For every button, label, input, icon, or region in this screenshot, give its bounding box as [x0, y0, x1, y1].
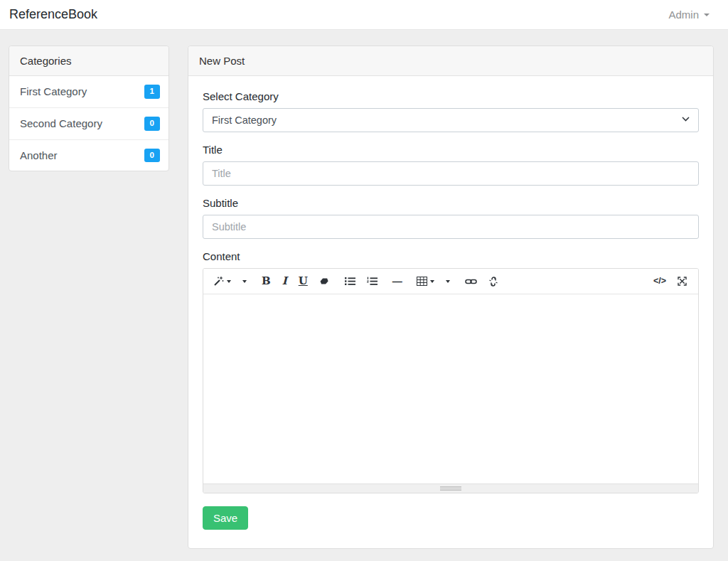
- insert-link-button[interactable]: [464, 277, 478, 287]
- italic-button[interactable]: I: [281, 275, 289, 287]
- category-count-badge: 1: [144, 85, 160, 99]
- sidebar-item-second-category[interactable]: Second Category 0: [9, 108, 168, 140]
- magic-wand-icon: [213, 276, 224, 287]
- table-icon: [417, 277, 427, 286]
- paragraph-style-dropdown-button[interactable]: [241, 279, 248, 284]
- editor-resize-bar[interactable]: [203, 483, 698, 493]
- category-label: First Category: [20, 85, 87, 97]
- title-label: Title: [203, 144, 699, 156]
- insert-group: [464, 276, 500, 287]
- category-select-label: Select Category: [203, 90, 699, 102]
- editor-content[interactable]: [203, 294, 698, 483]
- user-dropdown-label: Admin: [668, 9, 699, 21]
- new-post-form: Select Category First Category Title Sub…: [188, 76, 713, 544]
- unlink-button[interactable]: [487, 276, 500, 287]
- brand-logo[interactable]: ReferenceBook: [9, 7, 97, 22]
- underline-button[interactable]: U: [297, 275, 309, 287]
- category-count-badge: 0: [144, 149, 160, 163]
- category-label: Second Category: [20, 117, 102, 129]
- editor-toolbar: B I U: [203, 269, 698, 294]
- table-dropdown-button[interactable]: [415, 276, 436, 287]
- subtitle-input[interactable]: [203, 215, 699, 239]
- dropdown-caret-icon: [242, 280, 247, 283]
- subtitle-label: Subtitle: [203, 197, 699, 209]
- chevron-down-icon: [704, 14, 710, 16]
- ordered-list-icon: [367, 277, 378, 286]
- paragraph-dropdown-button[interactable]: [444, 279, 451, 284]
- link-icon: [465, 277, 477, 286]
- title-input[interactable]: [203, 161, 699, 186]
- clear-format-button[interactable]: [318, 276, 331, 287]
- bold-icon: B: [262, 276, 271, 287]
- content-label: Content: [203, 250, 699, 262]
- bold-button[interactable]: B: [260, 275, 272, 287]
- unordered-list-icon: [345, 277, 355, 286]
- page-content: Categories First Category 1 Second Categ…: [0, 30, 728, 549]
- dropdown-caret-icon: [430, 280, 434, 283]
- sidebar-item-another[interactable]: Another 0: [9, 140, 168, 171]
- table-group: [415, 276, 451, 287]
- categories-header: Categories: [9, 46, 168, 76]
- fullscreen-button[interactable]: [676, 276, 688, 287]
- underline-icon: U: [299, 276, 308, 287]
- category-count-badge: 0: [144, 117, 160, 131]
- category-select[interactable]: First Category: [203, 108, 699, 132]
- horizontal-rule-button[interactable]: —: [391, 276, 403, 287]
- categories-panel: Categories First Category 1 Second Categ…: [9, 46, 169, 171]
- top-navbar: ReferenceBook Admin: [0, 0, 728, 30]
- sidebar-item-first-category[interactable]: First Category 1: [9, 76, 168, 108]
- unlink-icon: [488, 277, 498, 287]
- style-dropdown-button[interactable]: [212, 275, 232, 287]
- save-button[interactable]: Save: [203, 506, 248, 530]
- para-group: [343, 276, 379, 287]
- dropdown-caret-icon: [446, 280, 450, 283]
- rich-text-editor: B I U: [203, 268, 699, 493]
- category-label: Another: [20, 149, 58, 161]
- code-view-button[interactable]: </>: [652, 276, 668, 287]
- italic-icon: I: [282, 276, 287, 287]
- fullscreen-icon: [678, 277, 687, 286]
- new-post-panel: New Post Select Category First Category …: [188, 46, 714, 549]
- resize-grip-icon: [440, 486, 461, 491]
- unordered-list-button[interactable]: [343, 276, 357, 287]
- code-view-icon: </>: [653, 277, 666, 286]
- new-post-header: New Post: [188, 46, 713, 76]
- view-group: </>: [652, 276, 688, 287]
- horizontal-rule-icon: —: [392, 277, 402, 287]
- style-group: [212, 275, 248, 287]
- ordered-list-button[interactable]: [365, 276, 379, 287]
- user-dropdown[interactable]: Admin: [668, 9, 710, 21]
- eraser-icon: [319, 277, 330, 286]
- hr-group: —: [391, 276, 403, 287]
- font-group: B I U: [260, 275, 331, 287]
- dropdown-caret-icon: [227, 280, 231, 283]
